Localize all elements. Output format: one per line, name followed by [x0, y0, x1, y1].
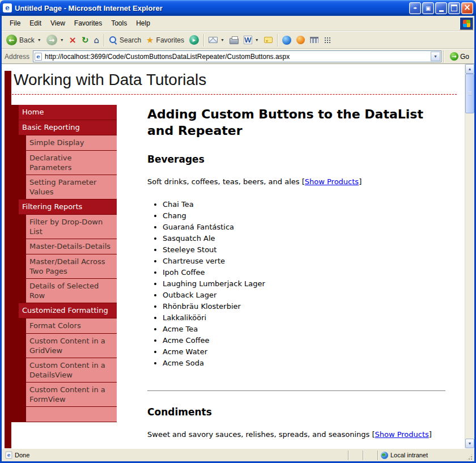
discuss-icon [264, 37, 273, 43]
print-button[interactable] [227, 35, 241, 46]
nav-link[interactable]: Custom Content in a GridView [26, 334, 117, 358]
scroll-down-button[interactable] [465, 439, 474, 448]
go-button[interactable]: Go [448, 51, 471, 62]
back-icon [6, 35, 17, 45]
maximize-button[interactable] [448, 2, 460, 14]
bracket-open: [ [300, 177, 305, 186]
title-bar[interactable]: Untitled Page - Microsoft Internet Explo… [0, 0, 476, 16]
menu-item[interactable]: Favorites [70, 17, 107, 29]
discuss-button[interactable] [262, 35, 275, 45]
windows-logo-icon [460, 17, 473, 30]
favorites-label: Favorites [156, 36, 184, 44]
search-icon [109, 36, 117, 44]
edit-button[interactable]: ▼ [241, 34, 261, 46]
bracket-close: ] [359, 177, 362, 186]
refresh-button[interactable] [79, 33, 91, 47]
status-pane-empty [364, 450, 377, 461]
show-products-link[interactable]: Show Products [375, 430, 428, 439]
product-item: Acme Tea [163, 324, 445, 335]
show-products-link[interactable]: Show Products [305, 177, 359, 186]
window-frame: FileEditViewFavoritesToolsHelp Back ▼ ▼ … [0, 16, 476, 463]
nav-link[interactable]: Filter by Drop-Down List [26, 215, 117, 239]
product-item: Chartreuse verte [163, 256, 445, 267]
close-button[interactable] [461, 2, 473, 14]
forward-button[interactable]: ▼ [44, 33, 66, 47]
menu-item[interactable]: Edit [25, 17, 46, 29]
nav-link[interactable]: Setting Parameter Values [26, 175, 117, 199]
favorites-button[interactable]: Favorites [144, 33, 186, 47]
status-bar: Done Local intranet [2, 448, 474, 461]
stop-icon [69, 36, 76, 45]
scrollbar-thumb[interactable] [465, 74, 474, 113]
window-title: Untitled Page - Microsoft Internet Explo… [15, 4, 409, 12]
nav-link[interactable] [26, 407, 117, 422]
stop-button[interactable] [67, 34, 79, 46]
product-item: Lakkalikööri [163, 312, 445, 324]
nav-link[interactable]: Format Colors [26, 318, 117, 333]
page-icon [35, 53, 42, 61]
mail-button[interactable]: ▼ [206, 35, 227, 45]
media-button[interactable] [187, 33, 201, 46]
nav-link[interactable]: Basic Reporting [19, 120, 117, 135]
search-label: Search [120, 36, 141, 44]
scroll-up-button[interactable] [465, 64, 474, 74]
alerts-button[interactable] [294, 34, 307, 46]
forward-dropdown-icon[interactable]: ▼ [60, 38, 64, 42]
nav-link[interactable]: Simple Display [26, 135, 117, 150]
scrollbar-track[interactable] [465, 74, 474, 439]
toolbar-separator [203, 34, 204, 46]
word-edit-icon [244, 36, 252, 44]
nav-link[interactable]: Custom Content in a FormView [26, 383, 117, 406]
search-button[interactable]: Search [107, 34, 143, 46]
bracket-close: ] [429, 430, 432, 439]
address-dropdown-button[interactable] [431, 52, 440, 61]
window-switch-button[interactable] [409, 2, 421, 14]
menu-item[interactable]: Tools [107, 17, 131, 29]
nav-link[interactable]: Declarative Parameters [26, 151, 117, 175]
print-icon [230, 38, 239, 44]
window-popout-button[interactable] [422, 2, 434, 14]
status-text: Done [15, 452, 29, 458]
research-button[interactable] [308, 35, 321, 45]
nav-link[interactable]: Custom Content in a DetailsView [26, 358, 117, 382]
address-url[interactable]: http://localhost:3699/Code/CustomButtons… [45, 53, 431, 61]
section-heading-condiments: Condiments [147, 407, 445, 417]
section-description-text: Soft drinks, coffees, teas, beers, and a… [147, 177, 300, 186]
product-item: Rhönbräu Klosterbier [163, 301, 445, 312]
home-icon [94, 35, 100, 45]
messenger-button[interactable] [280, 34, 294, 46]
nav-link[interactable]: Home [19, 105, 117, 120]
address-input[interactable]: http://localhost:3699/Code/CustomButtons… [33, 50, 441, 62]
address-bar: Address http://localhost:3699/Code/Custo… [2, 49, 474, 63]
nav-link[interactable]: Master/Detail Across Two Pages [26, 254, 117, 278]
minimize-button[interactable] [435, 2, 447, 14]
article-title: Adding Custom Buttons to the DataList an… [147, 106, 445, 139]
media-icon [189, 35, 199, 45]
sidebar-nav: Home Basic Reporting Simple Display Decl… [11, 105, 117, 422]
back-dropdown-icon[interactable]: ▼ [37, 38, 41, 42]
menu-item[interactable]: View [46, 17, 70, 29]
grid-button[interactable] [321, 35, 334, 46]
menu-item[interactable]: File [5, 17, 25, 29]
mail-dropdown-icon[interactable]: ▼ [220, 38, 224, 42]
status-pane: Done [3, 450, 348, 461]
messenger-icon [282, 36, 291, 45]
toolbar-separator [104, 34, 104, 46]
mail-icon [209, 37, 218, 43]
nav-link[interactable]: Master-Details-Details [26, 239, 117, 254]
nav-link[interactable]: Filtering Reports [19, 199, 117, 214]
resize-grip-icon[interactable] [466, 453, 473, 461]
nav-link[interactable]: Details of Selected Row [26, 279, 117, 303]
ie-logo-icon [3, 3, 12, 12]
product-list: Chai TeaChangGuaraná FantásticaSasquatch… [147, 199, 445, 369]
edit-dropdown-icon[interactable]: ▼ [255, 38, 259, 42]
menu-item[interactable]: Help [131, 17, 155, 29]
back-button[interactable]: Back ▼ [4, 33, 44, 47]
toolbar: Back ▼ ▼ Search Favorites [2, 31, 474, 49]
browser-window: Untitled Page - Microsoft Internet Explo… [0, 0, 476, 463]
vertical-scrollbar[interactable] [465, 64, 474, 448]
home-button[interactable] [92, 33, 102, 47]
product-item: Guaraná Fantástica [163, 222, 445, 233]
section-heading-beverages: Beverages [147, 155, 445, 164]
nav-link[interactable]: Customized Formatting [19, 303, 117, 318]
